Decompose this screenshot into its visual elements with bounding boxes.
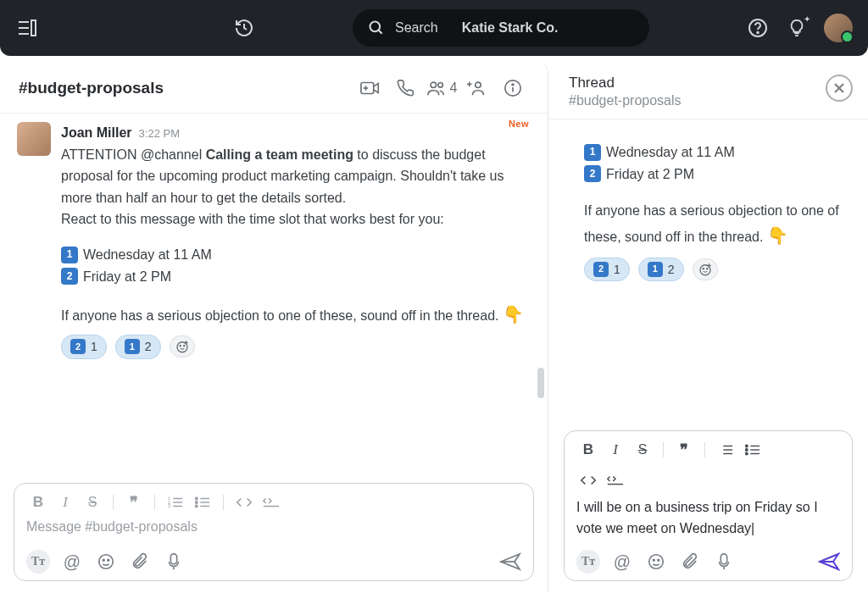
numbered-list-button[interactable]: 123 (164, 492, 187, 513)
svg-point-33 (196, 497, 198, 500)
bold-button[interactable]: B (576, 440, 600, 460)
two-emoji: 2 (70, 339, 86, 354)
start-video-button[interactable] (354, 73, 387, 103)
thread-slot-2: 2 Friday at 2 PM (584, 163, 843, 186)
strike-button[interactable]: S (81, 492, 104, 513)
svg-point-46 (706, 269, 707, 269)
reaction-2[interactable]: 1 2 (638, 258, 684, 281)
svg-point-59 (649, 555, 664, 569)
svg-rect-40 (170, 554, 176, 564)
two-emoji: 2 (61, 268, 78, 285)
svg-point-12 (437, 82, 442, 87)
italic-button[interactable]: I (53, 492, 77, 513)
reaction-2[interactable]: 1 2 (115, 335, 161, 358)
members-button[interactable]: 4 (426, 73, 458, 103)
two-emoji: 2 (593, 262, 609, 277)
channel-name[interactable]: #budget-proposals (19, 79, 354, 97)
one-emoji: 1 (125, 339, 140, 354)
quote-button[interactable]: ❞ (672, 440, 696, 460)
audio-button[interactable] (162, 550, 186, 574)
mention-button[interactable]: @ (610, 550, 634, 574)
bold-button[interactable]: B (26, 492, 50, 513)
point-down-icon: 👇 (503, 305, 524, 324)
point-down-icon: 👇 (767, 226, 788, 245)
numbered-list-button[interactable] (714, 440, 737, 460)
channel-info-button[interactable] (497, 73, 529, 103)
history-icon[interactable] (232, 16, 256, 40)
emoji-button[interactable] (644, 550, 668, 574)
reaction-count: 1 (91, 337, 97, 356)
svg-line-5 (379, 30, 382, 34)
reaction-count: 2 (145, 337, 152, 356)
svg-point-35 (196, 505, 198, 507)
bullet-list-button[interactable] (741, 440, 765, 460)
thread-channel[interactable]: #budget-proposals (569, 93, 826, 108)
emoji-button[interactable] (94, 550, 118, 574)
thread-composer[interactable]: B I S ❞ I will be on a business trip on … (564, 430, 853, 581)
message-author[interactable]: Joan Miller (61, 122, 132, 144)
top-bar: Search Katie Stark Co. ✦ (0, 0, 868, 56)
search-icon (368, 19, 385, 36)
audio-button[interactable] (712, 550, 736, 574)
help-icon[interactable] (746, 16, 770, 40)
send-button[interactable] (818, 552, 840, 571)
member-count: 4 (450, 80, 458, 96)
thread-composer-input[interactable]: I will be on a business trip on Friday s… (576, 497, 840, 540)
scrollbar[interactable] (537, 368, 544, 398)
search-input[interactable]: Search Katie Stark Co. (353, 9, 649, 47)
send-button[interactable] (499, 552, 521, 571)
message-list: New Joan Miller 3:22 PM ATTENTION @chann… (0, 114, 548, 476)
reaction-1[interactable]: 2 1 (61, 335, 107, 358)
close-thread-button[interactable] (826, 75, 853, 102)
svg-point-55 (746, 446, 748, 448)
reaction-1[interactable]: 2 1 (584, 258, 630, 281)
message-react-prompt: React to this message with the time slot… (61, 208, 531, 230)
message-avatar[interactable] (17, 122, 51, 156)
message-time: 3:22 PM (139, 125, 180, 143)
one-emoji: 1 (648, 262, 663, 277)
svg-point-7 (757, 32, 759, 34)
italic-button[interactable]: I (604, 440, 627, 460)
message[interactable]: Joan Miller 3:22 PM ATTENTION @channel C… (17, 122, 531, 359)
one-emoji: 1 (61, 247, 78, 263)
channel-header: #budget-proposals 4 (0, 63, 548, 114)
format-toolbar: B I S ❞ 123 (26, 492, 521, 513)
start-call-button[interactable] (390, 73, 422, 103)
code-button[interactable] (576, 470, 600, 490)
code-button[interactable] (232, 492, 256, 513)
lightbulb-icon[interactable]: ✦ (785, 16, 809, 40)
attach-button[interactable] (128, 550, 152, 574)
mention-button[interactable]: @ (60, 550, 84, 574)
strike-button[interactable]: S (631, 440, 654, 460)
svg-point-39 (108, 559, 109, 561)
svg-point-56 (746, 449, 748, 452)
reaction-count: 1 (614, 260, 620, 279)
bullet-list-button[interactable] (191, 492, 214, 513)
add-reaction-button[interactable] (693, 258, 718, 280)
message-composer[interactable]: B I S ❞ 123 Message #budget-proposals Tт… (14, 483, 534, 581)
menu-icon[interactable] (15, 16, 39, 40)
composer-input[interactable]: Message #budget-proposals (26, 519, 521, 540)
avatar[interactable] (824, 14, 853, 42)
format-toggle-button[interactable]: Tт (576, 550, 600, 574)
add-member-button[interactable] (461, 73, 493, 103)
thread-slot-1: 1 Wednesday at 11 AM (584, 141, 843, 163)
quote-button[interactable]: ❞ (122, 492, 146, 513)
svg-point-20 (180, 346, 181, 346)
search-workspace: Katie Stark Co. (462, 20, 559, 36)
reaction-count: 2 (668, 260, 675, 279)
add-reaction-button[interactable] (170, 335, 195, 357)
svg-point-60 (653, 559, 654, 561)
one-emoji: 1 (584, 144, 601, 161)
codeblock-button[interactable] (604, 470, 627, 490)
format-toggle-button[interactable]: Tт (26, 550, 50, 574)
svg-rect-3 (31, 20, 36, 36)
svg-point-57 (746, 453, 748, 456)
attach-button[interactable] (678, 550, 702, 574)
thread-format-toolbar: B I S ❞ (576, 440, 840, 490)
codeblock-button[interactable] (259, 492, 283, 513)
objection-line: If anyone has a serious objection to one… (61, 301, 531, 328)
svg-point-61 (658, 559, 659, 561)
svg-point-18 (512, 83, 514, 85)
svg-point-45 (703, 269, 704, 269)
